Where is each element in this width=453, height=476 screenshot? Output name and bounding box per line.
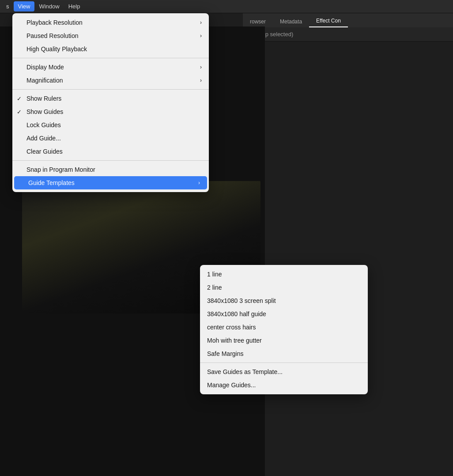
menu-high-quality-playback[interactable]: High Quality Playback: [12, 42, 209, 56]
separator-2: [12, 89, 209, 90]
menu-lock-guides[interactable]: Lock Guides: [12, 118, 209, 132]
snap-label: Snap in Program Monitor: [26, 166, 95, 173]
menu-item-help[interactable]: Help: [64, 1, 85, 11]
submenu-3840-half[interactable]: 3840x1080 half guide: [200, 307, 368, 321]
menu-item-window[interactable]: Window: [34, 1, 64, 11]
paused-resolution-label: Paused Resolution: [26, 32, 79, 39]
center-cross-label: center cross hairs: [207, 324, 256, 331]
menu-item-s[interactable]: s: [2, 1, 14, 11]
separator-3: [12, 160, 209, 161]
high-quality-label: High Quality Playback: [26, 45, 87, 53]
tab-effect-controls[interactable]: Effect Con: [309, 15, 348, 27]
view-dropdown-menu: Playback Resolution › Paused Resolution …: [12, 13, 209, 192]
moh-tree-label: Moh with tree gutter: [207, 337, 262, 344]
add-guide-label: Add Guide...: [26, 135, 61, 142]
submenu-separator-1: [200, 363, 368, 363]
submenu-safe-margins[interactable]: Safe Margins: [200, 347, 368, 360]
magnification-arrow: ›: [200, 77, 202, 83]
menu-show-guides[interactable]: ✓ Show Guides: [12, 105, 209, 118]
menu-magnification[interactable]: Magnification ›: [12, 74, 209, 87]
3840-3screen-label: 3840x1080 3 screen split: [207, 297, 276, 304]
display-mode-label: Display Mode: [26, 64, 64, 71]
show-guides-check: ✓: [17, 109, 22, 115]
submenu-center-cross[interactable]: center cross hairs: [200, 321, 368, 334]
tab-metadata[interactable]: Metadata: [273, 16, 309, 27]
menu-item-view[interactable]: View: [14, 1, 35, 11]
guide-templates-submenu: 1 line 2 line 3840x1080 3 screen split 3…: [200, 265, 368, 394]
clear-guides-label: Clear Guides: [26, 148, 63, 155]
1-line-label: 1 line: [207, 271, 222, 278]
menu-show-rulers[interactable]: ✓ Show Rulers: [12, 92, 209, 105]
menu-bar: s View Window Help: [0, 0, 453, 13]
2-line-label: 2 line: [207, 284, 222, 291]
paused-resolution-arrow: ›: [200, 33, 202, 39]
guide-templates-label: Guide Templates: [28, 179, 75, 186]
display-mode-arrow: ›: [200, 64, 202, 70]
menu-playback-resolution[interactable]: Playback Resolution ›: [12, 16, 209, 29]
no-clip-text: (no clip selected): [243, 27, 453, 42]
manage-guides-label: Manage Guides...: [207, 382, 256, 389]
submenu-3840-3screen[interactable]: 3840x1080 3 screen split: [200, 294, 368, 307]
menu-clear-guides[interactable]: Clear Guides: [12, 145, 209, 158]
safe-margins-label: Safe Margins: [207, 350, 243, 357]
submenu-save-guides[interactable]: Save Guides as Template...: [200, 365, 368, 378]
3840-half-label: 3840x1080 half guide: [207, 310, 266, 317]
submenu-2-line[interactable]: 2 line: [200, 281, 368, 294]
tab-browser[interactable]: rowser: [243, 16, 273, 27]
show-rulers-check: ✓: [17, 95, 22, 102]
guide-templates-arrow: ›: [198, 180, 200, 186]
save-guides-label: Save Guides as Template...: [207, 368, 283, 375]
separator-1: [12, 58, 209, 58]
playback-resolution-label: Playback Resolution: [26, 19, 83, 26]
submenu-moh-tree[interactable]: Moh with tree gutter: [200, 334, 368, 347]
menu-add-guide[interactable]: Add Guide...: [12, 132, 209, 145]
menu-snap-program-monitor[interactable]: Snap in Program Monitor: [12, 163, 209, 176]
playback-resolution-arrow: ›: [200, 19, 202, 26]
lock-guides-label: Lock Guides: [26, 121, 61, 128]
submenu-1-line[interactable]: 1 line: [200, 268, 368, 281]
magnification-label: Magnification: [26, 77, 63, 84]
submenu-manage-guides[interactable]: Manage Guides...: [200, 378, 368, 392]
menu-paused-resolution[interactable]: Paused Resolution ›: [12, 29, 209, 42]
menu-display-mode[interactable]: Display Mode ›: [12, 60, 209, 74]
show-guides-label: Show Guides: [26, 108, 63, 115]
tab-bar: rowser Metadata Effect Con: [243, 13, 453, 27]
menu-guide-templates[interactable]: Guide Templates ›: [14, 176, 207, 189]
show-rulers-label: Show Rulers: [26, 95, 61, 102]
